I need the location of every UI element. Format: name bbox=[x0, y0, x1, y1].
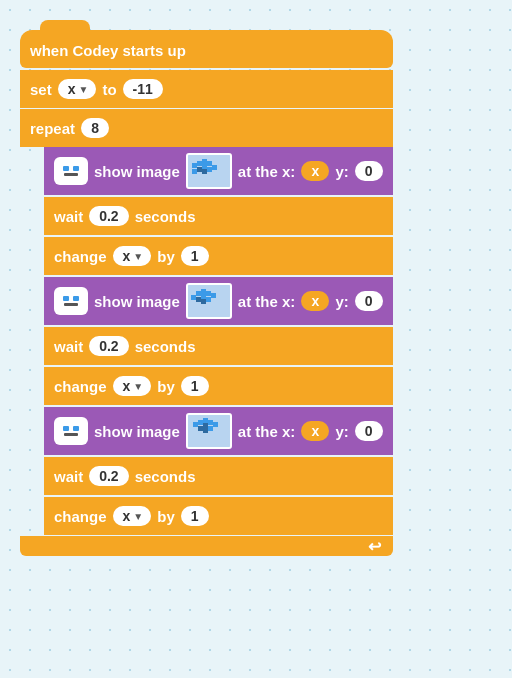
svg-rect-10 bbox=[212, 165, 217, 170]
robot-icon-1 bbox=[54, 157, 88, 185]
svg-rect-22 bbox=[193, 422, 198, 427]
robot-icon-3 bbox=[54, 417, 88, 445]
dropdown-arrow: ▼ bbox=[78, 84, 88, 95]
change-block-1[interactable]: change x ▼ by 1 bbox=[44, 237, 393, 275]
blocks-container: when Codey starts up set x ▼ to -11 repe… bbox=[20, 30, 393, 556]
x-value-1[interactable]: x bbox=[301, 161, 329, 181]
dropdown-arrow-3: ▼ bbox=[133, 381, 143, 392]
robot-eye-3b bbox=[73, 426, 79, 431]
change-x-dropdown-1[interactable]: x ▼ bbox=[113, 246, 152, 266]
repeat-count[interactable]: 8 bbox=[81, 118, 109, 138]
seconds-label-1: seconds bbox=[135, 208, 196, 225]
svg-rect-28 bbox=[198, 426, 203, 431]
change-x-dropdown-3[interactable]: x ▼ bbox=[113, 506, 152, 526]
change-block-3[interactable]: change x ▼ by 1 bbox=[44, 497, 393, 535]
svg-rect-4 bbox=[207, 161, 212, 166]
show-image-label-3: show image bbox=[94, 423, 180, 440]
svg-rect-23 bbox=[198, 420, 203, 425]
show-image-label-2: show image bbox=[94, 293, 180, 310]
y-label-1: y: bbox=[335, 163, 348, 180]
change-label-3: change bbox=[54, 508, 107, 525]
at-the-x-label-2: at the x: bbox=[238, 293, 296, 310]
wait-block-3[interactable]: wait 0.2 seconds bbox=[44, 457, 393, 495]
svg-rect-18 bbox=[201, 299, 206, 304]
repeat-footer: ↩ bbox=[20, 536, 393, 556]
svg-rect-30 bbox=[208, 426, 213, 431]
robot-eye bbox=[63, 166, 69, 171]
svg-rect-9 bbox=[207, 167, 212, 172]
at-the-x-label-1: at the x: bbox=[238, 163, 296, 180]
change-label-2: change bbox=[54, 378, 107, 395]
seconds-label-3: seconds bbox=[135, 468, 196, 485]
svg-rect-3 bbox=[202, 159, 207, 164]
show-image-label-1: show image bbox=[94, 163, 180, 180]
at-the-x-label-3: at the x: bbox=[238, 423, 296, 440]
x-value-3[interactable]: x bbox=[301, 421, 329, 441]
robot-eye-2a bbox=[63, 296, 69, 301]
svg-rect-27 bbox=[203, 423, 208, 428]
svg-rect-5 bbox=[202, 164, 207, 169]
y-value-3[interactable]: 0 bbox=[355, 421, 383, 441]
svg-rect-7 bbox=[202, 169, 207, 174]
repeat-arrow: ↩ bbox=[368, 537, 381, 556]
x-dropdown[interactable]: x ▼ bbox=[58, 79, 97, 99]
set-label: set bbox=[30, 81, 52, 98]
y-value-1[interactable]: 0 bbox=[355, 161, 383, 181]
show-image-block-2[interactable]: show image at the x: bbox=[44, 277, 393, 325]
robot-mouth bbox=[64, 173, 78, 176]
wait-label-3: wait bbox=[54, 468, 83, 485]
x-value-2[interactable]: x bbox=[301, 291, 329, 311]
set-block[interactable]: set x ▼ to -11 bbox=[20, 70, 393, 108]
sprite-image-1[interactable] bbox=[186, 153, 232, 189]
by-label-3: by bbox=[157, 508, 175, 525]
wait-label-1: wait bbox=[54, 208, 83, 225]
repeat-block[interactable]: repeat 8 bbox=[20, 109, 393, 147]
svg-rect-12 bbox=[196, 291, 201, 296]
set-value[interactable]: -11 bbox=[123, 79, 163, 99]
to-label: to bbox=[102, 81, 116, 98]
y-label-2: y: bbox=[335, 293, 348, 310]
show-image-block-1[interactable]: show image bbox=[44, 147, 393, 195]
svg-rect-25 bbox=[208, 420, 213, 425]
dropdown-arrow-4: ▼ bbox=[133, 511, 143, 522]
svg-rect-14 bbox=[206, 291, 211, 296]
wait-value-2[interactable]: 0.2 bbox=[89, 336, 128, 356]
svg-rect-8 bbox=[192, 169, 197, 174]
svg-rect-6 bbox=[197, 167, 202, 172]
svg-rect-16 bbox=[201, 294, 206, 299]
wait-value-1[interactable]: 0.2 bbox=[89, 206, 128, 226]
by-label-2: by bbox=[157, 378, 175, 395]
change-x-dropdown-2[interactable]: x ▼ bbox=[113, 376, 152, 396]
robot-eye bbox=[73, 166, 79, 171]
sprite-svg-1 bbox=[188, 155, 232, 189]
robot-mouth-3 bbox=[64, 433, 78, 436]
svg-rect-19 bbox=[206, 297, 211, 302]
change-value-1[interactable]: 1 bbox=[181, 246, 209, 266]
change-block-2[interactable]: change x ▼ by 1 bbox=[44, 367, 393, 405]
repeat-label: repeat bbox=[30, 120, 75, 137]
wait-value-3[interactable]: 0.2 bbox=[89, 466, 128, 486]
svg-rect-24 bbox=[203, 418, 208, 423]
svg-rect-17 bbox=[196, 297, 201, 302]
sprite-image-2[interactable] bbox=[186, 283, 232, 319]
svg-rect-2 bbox=[197, 161, 202, 166]
sprite-svg-2 bbox=[188, 285, 232, 319]
svg-rect-29 bbox=[203, 428, 208, 433]
sprite-image-3[interactable] bbox=[186, 413, 232, 449]
hat-block[interactable]: when Codey starts up bbox=[20, 30, 393, 68]
svg-rect-1 bbox=[192, 163, 197, 168]
svg-rect-26 bbox=[213, 422, 218, 427]
robot-eye-3a bbox=[63, 426, 69, 431]
y-value-2[interactable]: 0 bbox=[355, 291, 383, 311]
change-label-1: change bbox=[54, 248, 107, 265]
wait-block-1[interactable]: wait 0.2 seconds bbox=[44, 197, 393, 235]
show-image-block-3[interactable]: show image at the x: bbox=[44, 407, 393, 455]
svg-rect-20 bbox=[191, 295, 196, 300]
seconds-label-2: seconds bbox=[135, 338, 196, 355]
change-value-2[interactable]: 1 bbox=[181, 376, 209, 396]
y-label-3: y: bbox=[335, 423, 348, 440]
wait-label-2: wait bbox=[54, 338, 83, 355]
change-value-3[interactable]: 1 bbox=[181, 506, 209, 526]
repeat-wrapper: repeat 8 show image bbox=[20, 109, 393, 556]
wait-block-2[interactable]: wait 0.2 seconds bbox=[44, 327, 393, 365]
